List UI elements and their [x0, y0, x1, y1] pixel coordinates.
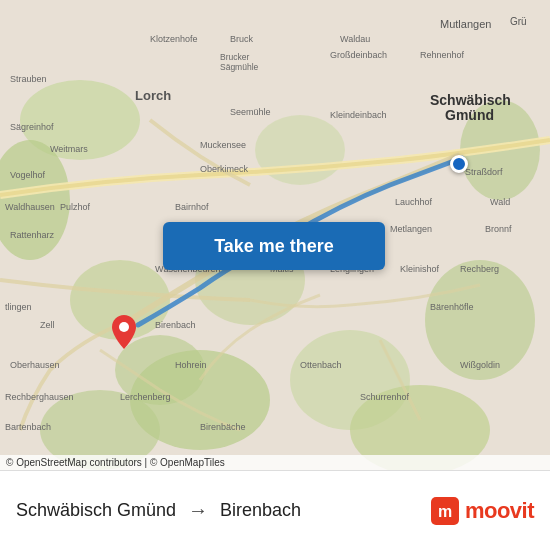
svg-text:Seemühle: Seemühle — [230, 107, 271, 117]
svg-text:Hohrein: Hohrein — [175, 360, 207, 370]
svg-text:tlingen: tlingen — [5, 302, 32, 312]
origin-pin — [450, 155, 468, 173]
take-me-there-button[interactable]: Take me there — [163, 222, 385, 270]
svg-text:Birenbach: Birenbach — [155, 320, 196, 330]
svg-text:Bairnhof: Bairnhof — [175, 202, 209, 212]
svg-text:Mutlangen: Mutlangen — [440, 18, 491, 30]
map-attribution: © OpenStreetMap contributors | © OpenMap… — [0, 455, 550, 470]
svg-text:Sägreinhof: Sägreinhof — [10, 122, 54, 132]
svg-text:Strauben: Strauben — [10, 74, 47, 84]
svg-text:Straßdorf: Straßdorf — [465, 167, 503, 177]
svg-text:Rattenharz: Rattenharz — [10, 230, 55, 240]
svg-text:m: m — [438, 503, 452, 520]
moovit-text: moovit — [465, 498, 534, 524]
bottom-bar: Schwäbisch Gmünd → Birenbach m moovit — [0, 470, 550, 550]
svg-text:Kleindeinbach: Kleindeinbach — [330, 110, 387, 120]
moovit-logo: m moovit — [431, 497, 534, 525]
svg-text:Gmünd: Gmünd — [445, 107, 494, 123]
svg-text:Bärenhöfle: Bärenhöfle — [430, 302, 474, 312]
svg-text:Rechberg: Rechberg — [460, 264, 499, 274]
svg-text:Schurrenhof: Schurrenhof — [360, 392, 410, 402]
svg-point-60 — [119, 322, 129, 332]
svg-text:Oberkimeck: Oberkimeck — [200, 164, 249, 174]
svg-text:Bartenbach: Bartenbach — [5, 422, 51, 432]
svg-text:Metlangen: Metlangen — [390, 224, 432, 234]
svg-text:Lauchhof: Lauchhof — [395, 197, 433, 207]
map-container: Mutlangen Grü Klotzenhofe Bruck Waldau B… — [0, 0, 550, 470]
svg-text:Wald: Wald — [490, 197, 510, 207]
svg-text:Muckensee: Muckensee — [200, 140, 246, 150]
moovit-icon: m — [431, 497, 459, 525]
svg-text:Wißgoldin: Wißgoldin — [460, 360, 500, 370]
svg-text:Vogelhof: Vogelhof — [10, 170, 46, 180]
svg-text:Brucker: Brucker — [220, 52, 249, 62]
svg-text:Lerchenberg: Lerchenberg — [120, 392, 171, 402]
svg-text:Sägmühle: Sägmühle — [220, 62, 259, 72]
svg-text:Waldhausen: Waldhausen — [5, 202, 55, 212]
svg-text:Lorch: Lorch — [135, 88, 171, 103]
svg-text:Zell: Zell — [40, 320, 55, 330]
svg-text:Ottenbach: Ottenbach — [300, 360, 342, 370]
destination-pin — [112, 315, 136, 353]
svg-text:Bronnf: Bronnf — [485, 224, 512, 234]
svg-text:Pulzhof: Pulzhof — [60, 202, 91, 212]
svg-text:Schwäbisch: Schwäbisch — [430, 92, 511, 108]
svg-text:Grü: Grü — [510, 16, 527, 27]
svg-text:Waldau: Waldau — [340, 34, 370, 44]
svg-text:Oberhausen: Oberhausen — [10, 360, 60, 370]
to-label: Birenbach — [220, 500, 301, 521]
svg-text:Birenbäche: Birenbäche — [200, 422, 246, 432]
svg-text:Rehnenhof: Rehnenhof — [420, 50, 465, 60]
svg-text:Bruck: Bruck — [230, 34, 254, 44]
svg-text:Rechberghausen: Rechberghausen — [5, 392, 74, 402]
svg-text:Klotzenhofe: Klotzenhofe — [150, 34, 198, 44]
route-info: Schwäbisch Gmünd → Birenbach — [16, 499, 301, 522]
svg-text:Kleinishof: Kleinishof — [400, 264, 440, 274]
svg-text:Weitmars: Weitmars — [50, 144, 88, 154]
from-label: Schwäbisch Gmünd — [16, 500, 176, 521]
arrow-icon: → — [188, 499, 208, 522]
svg-text:Großdeinbach: Großdeinbach — [330, 50, 387, 60]
